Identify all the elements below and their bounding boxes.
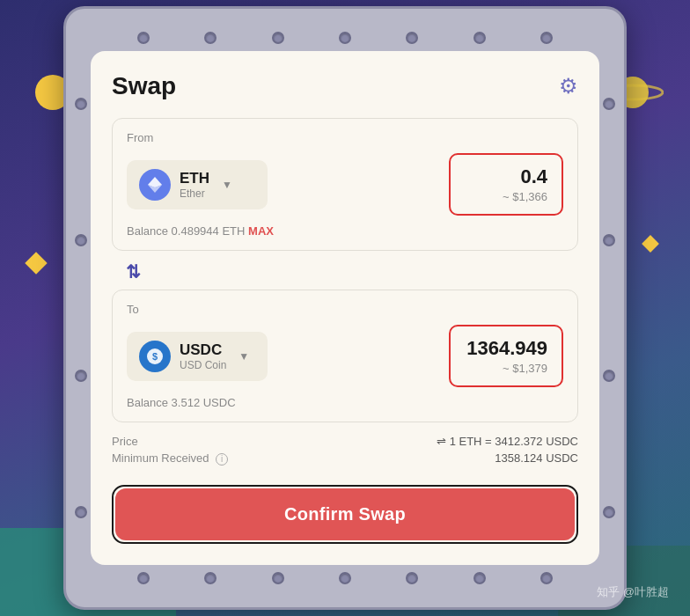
confirm-button-wrapper: Confirm Swap xyxy=(112,485,578,544)
usdc-icon: $ xyxy=(139,341,171,372)
svg-text:$: $ xyxy=(152,351,158,362)
max-button[interactable]: MAX xyxy=(248,224,274,238)
panel-dot xyxy=(272,572,284,584)
panel-dot xyxy=(603,234,615,246)
panel-dot xyxy=(75,370,87,382)
swap-card: Swap ⚙ From ETH Ether xyxy=(91,51,599,565)
to-balance-row: Balance 3.512 USDC xyxy=(127,396,563,409)
price-info: Price ⇌ 1 ETH = 3412.372 USDC Minimum Re… xyxy=(112,426,578,473)
from-amount: 0.4 xyxy=(465,165,547,188)
to-amount-box: 1364.949 ~ $1,379 xyxy=(449,325,563,387)
to-amount: 1364.949 xyxy=(465,337,547,360)
from-token-name: Ether xyxy=(180,187,209,200)
to-label: To xyxy=(127,303,563,316)
watermark: 知乎 @叶胜超 xyxy=(597,584,669,600)
panel-dot xyxy=(137,572,150,584)
panel-dot xyxy=(473,32,486,44)
top-dots xyxy=(84,32,606,44)
from-section: From ETH Ether ▼ 0.4 xyxy=(112,118,578,251)
bottom-dots xyxy=(84,572,606,584)
to-token-name: USD Coin xyxy=(180,359,226,371)
panel-dot xyxy=(406,572,418,584)
panel-dot xyxy=(603,98,615,110)
from-amount-box[interactable]: 0.4 ~ $1,366 xyxy=(449,153,563,216)
confirm-swap-button[interactable]: Confirm Swap xyxy=(115,488,575,540)
swap-direction-button[interactable]: ⇅ xyxy=(112,254,578,290)
eth-token-info: ETH Ether xyxy=(180,170,209,200)
minimum-received-row: Minimum Received i 1358.124 USDC xyxy=(112,451,578,466)
minimum-received-value: 1358.124 USDC xyxy=(495,451,578,466)
card-header: Swap ⚙ xyxy=(112,72,578,100)
chevron-down-icon: ▼ xyxy=(239,350,249,363)
panel-dot xyxy=(204,572,217,584)
swap-arrows-icon: ⇅ xyxy=(126,261,141,282)
to-token-row: $ USDC USD Coin ▼ 1364.949 ~ $1,379 xyxy=(127,325,563,387)
to-balance-label: Balance 3.512 USDC xyxy=(127,396,236,409)
usdc-token-info: USDC USD Coin xyxy=(180,341,226,371)
to-section: To $ USDC USD Coin ▼ 13 xyxy=(112,290,578,422)
panel-dot xyxy=(540,32,553,44)
panel-dot xyxy=(339,572,351,584)
page-title: Swap xyxy=(112,72,176,100)
price-row: Price ⇌ 1 ETH = 3412.372 USDC xyxy=(112,435,578,448)
panel-dot xyxy=(473,572,486,584)
from-amount-usd: ~ $1,366 xyxy=(465,190,547,203)
from-token-row: ETH Ether ▼ 0.4 ~ $1,366 xyxy=(127,153,563,216)
to-token-symbol: USDC xyxy=(180,341,226,359)
panel-dot xyxy=(75,98,87,110)
left-dots xyxy=(75,35,87,581)
panel-dot xyxy=(603,370,615,382)
minimum-received-label: Minimum Received i xyxy=(112,451,228,466)
panel-dot xyxy=(75,506,87,518)
price-label: Price xyxy=(112,435,138,448)
from-balance-row: Balance 0.489944 ETH MAX xyxy=(127,224,563,238)
panel-dot xyxy=(339,32,351,44)
panel-dot xyxy=(204,32,217,44)
settings-icon[interactable]: ⚙ xyxy=(559,74,578,99)
from-label: From xyxy=(127,131,563,144)
price-value: ⇌ 1 ETH = 3412.372 USDC xyxy=(437,435,578,448)
panel-dot xyxy=(540,572,553,584)
from-token-selector[interactable]: ETH Ether ▼ xyxy=(127,160,268,209)
panel-dot xyxy=(272,32,284,44)
eth-icon xyxy=(139,169,171,201)
to-token-selector[interactable]: $ USDC USD Coin ▼ xyxy=(127,332,268,381)
panel-dot xyxy=(603,506,615,518)
right-dots xyxy=(603,35,615,581)
panel-dot xyxy=(75,234,87,246)
to-amount-usd: ~ $1,379 xyxy=(465,362,547,375)
from-token-symbol: ETH xyxy=(180,170,209,187)
info-icon[interactable]: i xyxy=(216,453,228,466)
from-balance-label: Balance 0.489944 ETH xyxy=(127,224,245,238)
panel-dot xyxy=(137,32,150,44)
panel-dot xyxy=(406,32,418,44)
chevron-down-icon: ▼ xyxy=(222,179,232,191)
main-panel: Swap ⚙ From ETH Ether xyxy=(63,6,627,610)
